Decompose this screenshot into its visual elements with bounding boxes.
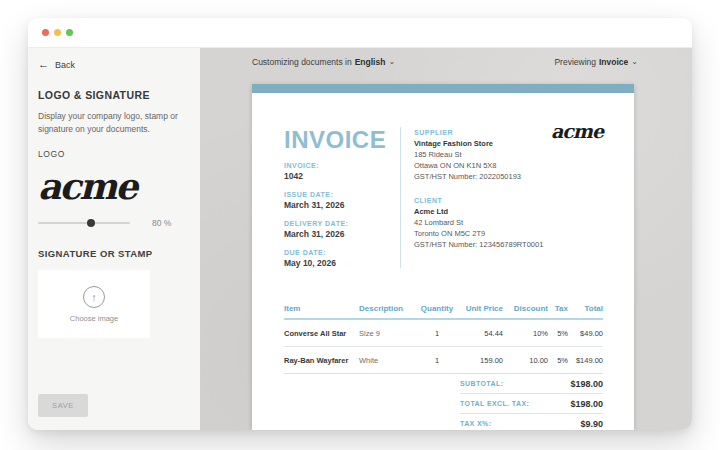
table-row: Ray-Ban Wayfarer White 1 159.00 10.00 5%… (284, 347, 603, 374)
preview-area: Customizing documents in English ⌄ Previ… (200, 48, 692, 430)
field-label: ISSUE DATE: (284, 191, 400, 198)
field-label: DELIVERY DATE: (284, 220, 400, 227)
upload-arrow-glyph: ↑ (91, 291, 97, 303)
window-titlebar (28, 18, 692, 48)
cell-item: Ray-Ban Wayfarer (284, 356, 359, 365)
back-arrow-icon: ← (38, 59, 49, 70)
client-block: CLIENT Acme Ltd 42 Lombard St Toronto ON… (414, 197, 603, 249)
total-label: TAX X%: (460, 420, 491, 427)
customizing-language: English (355, 57, 386, 67)
field-label: DUE DATE: (284, 249, 400, 256)
supplier-address-line: 185 Rideau St (414, 150, 603, 159)
table-header-row: Item Description Quantity Unit Price Dis… (284, 304, 603, 320)
col-header-item: Item (284, 304, 359, 313)
invoice-document-preview: INVOICE INVOICE: 1042 ISSUE DATE: March … (252, 84, 634, 430)
subtotal-row: SUBTOTAL: $198.00 (460, 374, 603, 394)
client-name: Acme Ltd (414, 207, 603, 216)
settings-sidebar: ← Back LOGO & SIGNATURE Display your com… (28, 48, 200, 430)
table-row: Converse All Star Size 9 1 54.44 10% 5% … (284, 320, 603, 347)
field-label: INVOICE: (284, 162, 400, 169)
invoice-title: INVOICE (284, 127, 400, 152)
choose-image-dropzone[interactable]: ↑ Choose image (38, 270, 150, 338)
close-window-icon[interactable] (42, 29, 49, 36)
total-label: SUBTOTAL: (460, 380, 503, 387)
signature-section-label: SIGNATURE OR STAMP (38, 248, 188, 259)
invoice-totals: SUBTOTAL: $198.00 TOTAL EXCL. TAX: $198.… (460, 374, 603, 430)
company-logo-preview: acme (38, 167, 188, 207)
upload-icon: ↑ (83, 286, 105, 308)
total-label: TOTAL EXCL. TAX: (460, 400, 529, 407)
total-value: $9.90 (580, 419, 603, 429)
col-header-total: Total (568, 304, 603, 313)
cell-description: Size 9 (359, 329, 412, 338)
cell-quantity: 1 (412, 356, 462, 365)
client-tax-line: GST/HST Number: 123456789RT0001 (414, 240, 603, 249)
invoice-header: INVOICE INVOICE: 1042 ISSUE DATE: March … (284, 127, 603, 268)
back-label: Back (55, 60, 75, 70)
slider-thumb[interactable] (87, 219, 95, 227)
invoice-parties-column: acme SUPPLIER Vintage Fashion Store 185 … (400, 127, 603, 268)
cell-discount: 10.00 (503, 356, 548, 365)
cell-quantity: 1 (412, 329, 462, 338)
cell-item: Converse All Star (284, 329, 359, 338)
zoom-window-icon[interactable] (66, 29, 73, 36)
logo-scale-value: 80 % (152, 218, 171, 228)
col-header-tax: Tax (548, 304, 568, 313)
total-excl-tax-row: TOTAL EXCL. TAX: $198.00 (460, 394, 603, 414)
choose-image-label: Choose image (70, 314, 118, 323)
col-header-description: Description (359, 304, 412, 313)
previewing-doc-type: Invoice (599, 57, 628, 67)
field-value: March 31, 2026 (284, 229, 400, 239)
logo-scale-slider[interactable] (38, 222, 130, 224)
previewing-prefix: Previewing (554, 57, 596, 67)
cell-unit-price: 159.00 (462, 356, 503, 365)
window-content: ← Back LOGO & SIGNATURE Display your com… (28, 48, 692, 430)
panel-description: Display your company logo, stamp or sign… (38, 110, 188, 136)
cell-unit-price: 54.44 (462, 329, 503, 338)
supplier-address-line: Ottawa ON ON K1N 5X8 (414, 161, 603, 170)
col-header-quantity: Quantity (412, 304, 462, 313)
delivery-date-field: DELIVERY DATE: March 31, 2026 (284, 220, 400, 239)
app-window: ← Back LOGO & SIGNATURE Display your com… (28, 18, 692, 430)
client-address-line: Toronto ON M5C 2T9 (414, 229, 603, 238)
tax-row: TAX X%: $9.90 (460, 414, 603, 430)
invoice-body: INVOICE INVOICE: 1042 ISSUE DATE: March … (252, 93, 634, 430)
cell-discount: 10% (503, 329, 548, 338)
logo-section-label: LOGO (38, 149, 188, 159)
cell-tax: 5% (548, 329, 568, 338)
cell-tax: 5% (548, 356, 568, 365)
invoice-meta-column: INVOICE INVOICE: 1042 ISSUE DATE: March … (284, 127, 400, 268)
preview-header: Customizing documents in English ⌄ Previ… (252, 57, 638, 67)
panel-title: LOGO & SIGNATURE (38, 89, 188, 101)
logo-scale-control: 80 % (38, 218, 188, 228)
minimize-window-icon[interactable] (54, 29, 61, 36)
cell-total: $49.00 (568, 329, 603, 338)
line-items-table: Item Description Quantity Unit Price Dis… (284, 304, 603, 374)
due-date-field: DUE DATE: May 10, 2026 (284, 249, 400, 268)
total-value: $198.00 (570, 379, 603, 389)
save-button[interactable]: SAVE (38, 394, 88, 417)
client-label: CLIENT (414, 197, 603, 204)
invoice-number-field: INVOICE: 1042 (284, 162, 400, 181)
total-value: $198.00 (570, 399, 603, 409)
chevron-down-icon: ⌄ (388, 58, 395, 66)
col-header-discount: Discount (503, 304, 548, 313)
field-value: March 31, 2026 (284, 200, 400, 210)
document-type-dropdown[interactable]: Previewing Invoice ⌄ (554, 57, 638, 67)
client-address-line: 42 Lombard St (414, 218, 603, 227)
customizing-prefix: Customizing documents in (252, 57, 352, 67)
invoice-company-logo: acme (551, 120, 603, 142)
cell-description: White (359, 356, 412, 365)
cell-total: $149.00 (568, 356, 603, 365)
issue-date-field: ISSUE DATE: March 31, 2026 (284, 191, 400, 210)
supplier-tax-line: GST/HST Number: 2022050193 (414, 172, 603, 181)
field-value: May 10, 2026 (284, 258, 400, 268)
back-button[interactable]: ← Back (38, 59, 188, 70)
col-header-unit-price: Unit Price (462, 304, 503, 313)
field-value: 1042 (284, 171, 400, 181)
language-dropdown[interactable]: Customizing documents in English ⌄ (252, 57, 395, 67)
chevron-down-icon: ⌄ (631, 58, 638, 66)
invoice-accent-bar (252, 84, 634, 93)
